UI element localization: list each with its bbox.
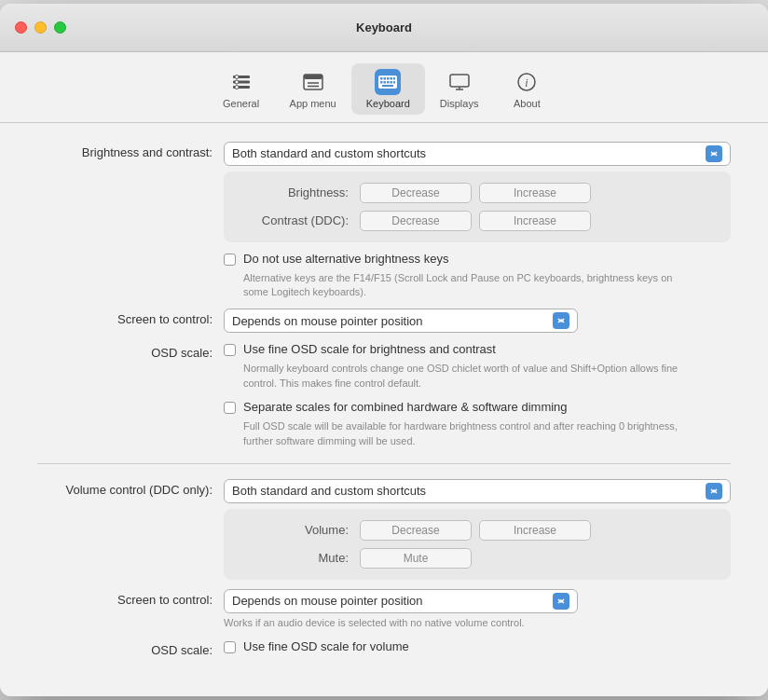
alt-keys-checkbox[interactable]	[224, 254, 236, 266]
brightness-section-label: Brightness and contrast:	[37, 142, 224, 159]
volume-row: Volume control (DDC only): Both standard…	[37, 479, 731, 580]
volume-field-label: Volume:	[239, 523, 360, 537]
volume-screen-control-dropdown[interactable]: Depends on mouse pointer position	[224, 589, 578, 613]
brightness-dropdown[interactable]: Both standard and custom shortcuts	[224, 142, 731, 166]
volume-decrease-button[interactable]: Decrease	[360, 520, 472, 541]
volume-osd-fine-label: Use fine OSD scale for volume	[243, 639, 409, 653]
brightness-increase-button[interactable]: Increase	[479, 183, 591, 203]
screen-control-value: Depends on mouse pointer position	[232, 314, 423, 328]
app-menu-icon	[300, 69, 326, 95]
svg-point-3	[235, 75, 239, 78]
general-icon	[228, 69, 254, 95]
alt-keys-content: Do not use alternative brightness keys A…	[224, 252, 731, 300]
brightness-dropdown-chevron	[706, 145, 722, 162]
volume-osd-checkbox[interactable]	[224, 641, 236, 653]
about-icon: i	[514, 69, 540, 95]
alt-keys-checkbox-row: Do not use alternative brightness keys	[224, 252, 731, 266]
window-title: Keyboard	[356, 21, 412, 34]
volume-osd-row: OSD scale: Use fine OSD scale for volume	[37, 639, 731, 659]
svg-rect-16	[380, 81, 383, 84]
separate-scales-checkbox[interactable]	[224, 402, 236, 414]
volume-dropdown-value: Both standard and custom shortcuts	[232, 484, 426, 498]
separate-scales-content: Separate scales for combined hardware & …	[224, 400, 731, 448]
volume-screen-control-chevron	[553, 593, 569, 610]
osd-fine-checkbox-row: Use fine OSD scale for brightness and co…	[224, 342, 731, 356]
volume-osd-content: Use fine OSD scale for volume	[224, 639, 731, 659]
svg-rect-14	[391, 77, 393, 80]
osd-label: OSD scale:	[37, 342, 224, 360]
volume-section-label: Volume control (DDC only):	[37, 479, 224, 497]
screen-control-chevron	[553, 312, 569, 329]
svg-rect-7	[304, 75, 322, 79]
maximize-button[interactable]	[54, 21, 66, 34]
svg-rect-18	[387, 81, 390, 84]
svg-rect-21	[382, 85, 393, 87]
brightness-shortcut-box: Brightness: Decrease Increase Contrast (…	[224, 172, 731, 242]
svg-rect-11	[380, 77, 383, 80]
brightness-shortcut-row: Brightness: Decrease Increase	[239, 183, 716, 203]
volume-shortcut-row: Volume: Decrease Increase	[239, 520, 716, 541]
svg-rect-13	[387, 77, 390, 80]
osd-fine-row: OSD scale: Use fine OSD scale for bright…	[37, 342, 731, 391]
contrast-shortcut-row: Contrast (DDC): Decrease Increase	[239, 211, 716, 231]
displays-icon	[446, 69, 473, 95]
minimize-button[interactable]	[34, 21, 47, 34]
brightness-field-label: Brightness:	[239, 185, 360, 199]
volume-content: Both standard and custom shortcuts Volum…	[224, 479, 731, 580]
separate-scales-label: Separate scales for combined hardware & …	[243, 400, 568, 414]
osd-fine-label: Use fine OSD scale for brightness and co…	[243, 342, 496, 356]
brightness-content: Both standard and custom shortcuts Brigh…	[224, 142, 731, 242]
screen-control-content: Depends on mouse pointer position	[224, 309, 731, 333]
tab-general[interactable]: General	[208, 63, 275, 115]
tab-about-label: About	[514, 98, 541, 109]
contrast-decrease-button[interactable]: Decrease	[360, 211, 472, 231]
svg-rect-20	[393, 81, 395, 84]
close-button[interactable]	[15, 21, 27, 34]
tab-app-menu[interactable]: App menu	[275, 63, 351, 115]
screen-control-dropdown[interactable]: Depends on mouse pointer position	[224, 309, 578, 333]
svg-text:i: i	[526, 75, 528, 89]
separate-scales-row: Separate scales for combined hardware & …	[37, 400, 731, 448]
volume-screen-helper: Works if an audio device is selected wit…	[224, 616, 671, 630]
volume-shortcut-box: Volume: Decrease Increase Mute: Mute	[224, 509, 731, 580]
tab-keyboard[interactable]: Keyboard	[351, 63, 425, 115]
volume-dropdown[interactable]: Both standard and custom shortcuts	[224, 479, 731, 503]
mute-field-label: Mute:	[239, 551, 360, 565]
volume-screen-control-content: Depends on mouse pointer position Works …	[224, 589, 731, 630]
keyboard-icon	[375, 69, 401, 95]
tab-keyboard-label: Keyboard	[366, 98, 410, 109]
contrast-increase-button[interactable]: Increase	[479, 211, 591, 231]
alt-keys-spacer	[37, 252, 224, 255]
osd-fine-checkbox[interactable]	[224, 344, 236, 356]
tab-displays[interactable]: Displays	[425, 63, 494, 115]
screen-control-row: Screen to control: Depends on mouse poin…	[37, 309, 731, 333]
contrast-field-label: Contrast (DDC):	[239, 213, 360, 227]
svg-rect-22	[450, 75, 469, 87]
tab-about[interactable]: i About	[493, 63, 560, 115]
section-divider	[37, 463, 731, 464]
svg-rect-12	[384, 77, 387, 80]
main-window: Keyboard General	[0, 4, 768, 697]
volume-dropdown-chevron	[706, 483, 722, 500]
tab-app-menu-label: App menu	[290, 98, 336, 109]
svg-point-4	[235, 80, 239, 84]
osd-fine-content: Use fine OSD scale for brightness and co…	[224, 342, 731, 391]
separate-scales-helper: Full OSD scale will be available for har…	[243, 419, 691, 448]
svg-point-5	[235, 85, 239, 89]
titlebar: Keyboard	[0, 4, 768, 52]
volume-increase-button[interactable]: Increase	[479, 520, 591, 541]
mute-button[interactable]: Mute	[360, 548, 472, 569]
window-controls	[15, 21, 66, 34]
brightness-decrease-button[interactable]: Decrease	[360, 183, 472, 203]
svg-rect-19	[391, 81, 393, 84]
toolbar: General App menu	[0, 52, 768, 122]
brightness-dropdown-value: Both standard and custom shortcuts	[232, 146, 426, 160]
volume-osd-checkbox-row: Use fine OSD scale for volume	[224, 639, 731, 653]
svg-rect-15	[393, 77, 395, 80]
brightness-row: Brightness and contrast: Both standard a…	[37, 142, 731, 242]
tab-general-label: General	[223, 98, 259, 109]
alt-keys-label: Do not use alternative brightness keys	[243, 252, 448, 266]
alt-keys-helper: Alternative keys are the F14/F15 (Scroll…	[243, 271, 691, 300]
separate-scales-checkbox-row: Separate scales for combined hardware & …	[224, 400, 731, 414]
alt-keys-row: Do not use alternative brightness keys A…	[37, 252, 731, 300]
